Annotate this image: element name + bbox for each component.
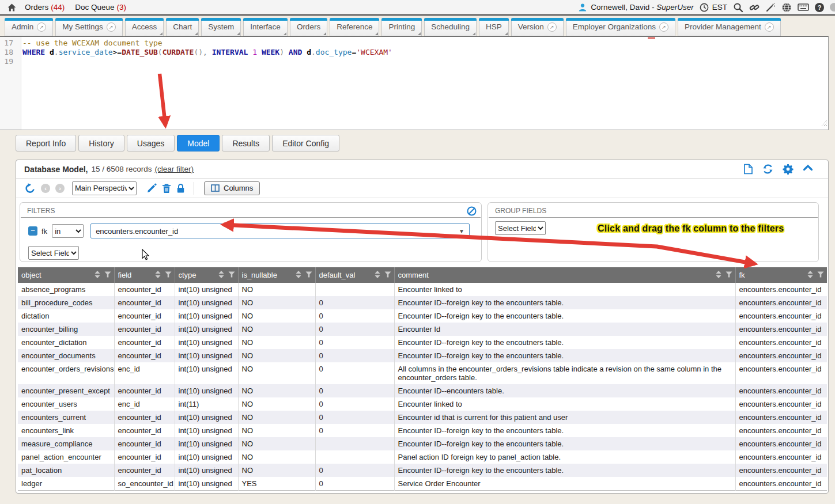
timezone-control[interactable]: EST (700, 3, 727, 12)
nav-tab-my-settings[interactable]: My Settings↗ (55, 18, 123, 36)
cell-fk: encounters.encounter_id (735, 411, 827, 424)
nav-tab-orders[interactable]: Orders (290, 18, 327, 36)
nav-tab-hsp[interactable]: HSP (479, 18, 509, 36)
table-row[interactable]: encounter_usersenc_idint(11)NO0Encounter… (18, 397, 827, 411)
nav-tab-chart[interactable]: Chart (166, 18, 199, 36)
table-row[interactable]: measure_complianceencounter_idint(10) un… (18, 437, 827, 450)
gear-icon[interactable] (783, 164, 794, 175)
popout-icon[interactable]: ↗ (547, 22, 557, 32)
nav-tab-interface[interactable]: Interface (243, 18, 288, 36)
table-row[interactable]: encounters_linkencounter_idint(10) unsig… (18, 424, 827, 437)
popout-icon[interactable]: ↗ (107, 22, 116, 32)
sort-icon[interactable] (296, 271, 301, 280)
result-tab-history[interactable]: History (78, 135, 124, 151)
table-row[interactable]: encounter_billingencounter_idint(10) uns… (18, 323, 827, 336)
add-group-field-select[interactable]: Select Field (495, 221, 546, 235)
help-icon[interactable]: ? (815, 3, 824, 12)
column-header-is-nullable[interactable]: is_nullable (238, 267, 315, 283)
sort-icon[interactable] (807, 271, 813, 280)
nav-tab-provider-management[interactable]: Provider Management↗ (678, 18, 781, 36)
nav-tab-employer-organizations[interactable]: Employer Organizations↗ (566, 18, 675, 36)
columns-button[interactable]: Columns (204, 181, 260, 195)
clear-filters-icon[interactable] (467, 206, 477, 218)
sql-editor[interactable]: 17-- use the WCEXAM document type18WHERE… (0, 36, 829, 130)
result-tab-usages[interactable]: Usages (127, 135, 175, 151)
sort-icon[interactable] (716, 271, 721, 280)
nav-tab-printing[interactable]: Printing (381, 18, 422, 36)
home-icon[interactable] (7, 3, 17, 12)
cell-is_nullable: NO (238, 323, 315, 336)
popout-icon[interactable]: ↗ (37, 22, 46, 32)
perspective-select[interactable]: Main Perspective (72, 181, 137, 195)
column-header-comment[interactable]: comment (394, 267, 735, 283)
collapse-icon[interactable] (803, 164, 813, 175)
nav-tab-system[interactable]: System (201, 18, 241, 36)
sort-icon[interactable] (95, 271, 100, 280)
column-header-object[interactable]: object (18, 267, 114, 283)
undo-icon[interactable] (24, 183, 36, 194)
table-row[interactable]: dictationencounter_idint(10) unsignedNO0… (18, 309, 827, 323)
filter-icon[interactable] (384, 271, 391, 279)
table-row[interactable]: panel_action_encounterencounter_idint(10… (18, 450, 827, 464)
clear-filter-link[interactable]: (clear filter) (155, 165, 194, 173)
table-row[interactable]: encounter_dictationencounter_idint(10) u… (18, 336, 827, 349)
add-filter-field-select[interactable]: Select Field (28, 246, 79, 260)
lock-icon[interactable] (176, 183, 185, 194)
popout-icon[interactable]: ↗ (765, 22, 774, 32)
filter-icon[interactable] (726, 271, 732, 279)
nav-tab-admin[interactable]: Admin↗ (5, 18, 53, 36)
filter-icon[interactable] (228, 271, 235, 279)
table-row[interactable]: pat_locationencounter_idint(10) unsigned… (18, 464, 827, 477)
table-row[interactable]: bill_procedure_codesencounter_idint(10) … (18, 296, 827, 309)
globe-icon[interactable] (781, 2, 792, 13)
sort-icon[interactable] (155, 271, 161, 280)
table-row[interactable]: encounter_orders_revisionsenc_idint(10) … (18, 362, 827, 384)
sort-icon[interactable] (375, 271, 380, 280)
result-tab-results[interactable]: Results (222, 135, 270, 151)
delete-perspective-icon[interactable] (162, 183, 171, 194)
result-tab-report-info[interactable]: Report Info (16, 135, 76, 151)
filter-icon[interactable] (165, 271, 172, 279)
topbar-link-orders[interactable]: Orders (44) (25, 3, 65, 12)
column-header-field[interactable]: field (114, 267, 175, 283)
link-icon[interactable] (749, 2, 760, 13)
refresh-icon[interactable] (762, 164, 773, 175)
table-row[interactable]: absence_programsencounter_idint(10) unsi… (18, 283, 827, 296)
search-icon[interactable] (733, 2, 743, 13)
wand-icon[interactable] (765, 2, 776, 13)
current-user[interactable]: Cornewell, David - SuperUser (578, 3, 694, 12)
cell-field: encounter_id (114, 437, 175, 450)
popout-icon[interactable]: ↗ (659, 22, 668, 32)
nav-tab-label: Employer Organizations (573, 22, 656, 31)
column-header-fk[interactable]: fk (735, 267, 827, 283)
filter-value-combobox[interactable]: encounters.encounter_id ▼ (90, 223, 470, 238)
result-tab-editor-config[interactable]: Editor Config (272, 135, 339, 151)
history-forward-icon[interactable]: › (55, 184, 65, 193)
result-tab-model[interactable]: Model (177, 135, 220, 151)
remove-filter-icon[interactable]: − (28, 226, 37, 236)
nav-tab-scheduling[interactable]: Scheduling (424, 18, 477, 36)
nav-tab-reference[interactable]: Reference (330, 18, 379, 36)
cell-is_nullable: NO (238, 397, 315, 411)
cell-object: encounter_dictation (18, 336, 114, 349)
filter-operator-select[interactable]: in (52, 224, 84, 238)
nav-tab-version[interactable]: Version↗ (511, 18, 564, 36)
column-header-ctype[interactable]: ctype (175, 267, 238, 283)
column-header-default-val[interactable]: default_val (315, 267, 394, 283)
filter-icon[interactable] (305, 271, 312, 279)
history-back-icon[interactable]: ‹ (41, 184, 50, 193)
table-row[interactable]: encounter_documentsencounter_idint(10) u… (18, 349, 827, 362)
keyboard-icon[interactable] (798, 3, 809, 12)
edit-perspective-icon[interactable] (146, 183, 157, 194)
table-row[interactable]: encounters_currentencounter_idint(10) un… (18, 411, 827, 424)
nav-tab-access[interactable]: Access (125, 18, 164, 36)
new-document-icon[interactable] (743, 164, 753, 175)
topbar-link-doc-queue[interactable]: Doc Queue (3) (75, 3, 126, 12)
filter-icon[interactable] (817, 271, 824, 279)
table-row[interactable]: encounter_present_exceptencounter_idint(… (18, 384, 827, 397)
table-row[interactable]: ledgerso_encounter_idint(10) unsignedYES… (18, 477, 827, 491)
sort-icon[interactable] (218, 271, 224, 280)
filter-icon[interactable] (104, 271, 111, 279)
annotation-text: Click and drag the fk column to the filt… (598, 223, 784, 234)
resize-grip-icon[interactable] (821, 118, 828, 128)
